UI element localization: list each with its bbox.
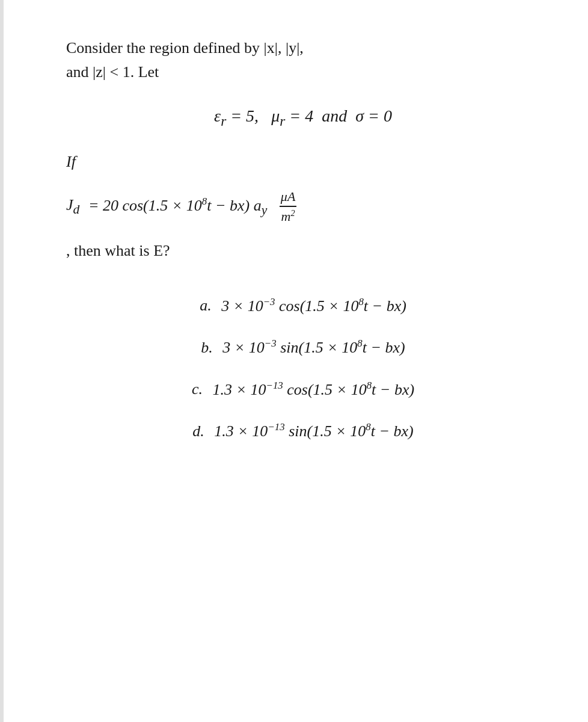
jd-equation-block: Jd = 20 cos(1.5 × 108t − bx) ay μA m2 [66, 189, 540, 224]
jd-lhs: Jd [66, 196, 79, 217]
answer-a-content: 3 × 10−3 cos(1.5 × 108t − bx) [221, 296, 406, 315]
jd-equals: = 20 cos(1.5 × 108t − bx) ay [84, 196, 271, 218]
answer-c-label: c. [192, 380, 207, 398]
main-content: Consider the region defined by |x|, |y|,… [60, 36, 540, 440]
answer-c-content: 1.3 × 10−13 cos(1.5 × 108t − bx) [212, 380, 414, 399]
answer-choices: a. 3 × 10−3 cos(1.5 × 108t − bx) b. 3 × … [66, 296, 540, 441]
intro-line2: and |z| < 1. Let [66, 63, 159, 81]
fraction-denominator: m2 [281, 207, 295, 224]
intro-line1: Consider the region defined by |x|, |y|, [66, 39, 304, 57]
page-container: Consider the region defined by |x|, |y|,… [0, 0, 588, 722]
if-label: If [66, 153, 540, 171]
intro-paragraph: Consider the region defined by |x|, |y|,… [66, 36, 540, 85]
answer-d-content: 1.3 × 10−13 sin(1.5 × 108t − bx) [214, 421, 413, 440]
left-border [0, 0, 4, 722]
answer-b: b. 3 × 10−3 sin(1.5 × 108t − bx) [66, 338, 540, 357]
answer-b-label: b. [201, 339, 216, 357]
epsilon-r: εr = 5, μr = 4 and σ = 0 [214, 106, 392, 125]
given-equation: εr = 5, μr = 4 and σ = 0 [66, 106, 540, 129]
answer-d-label: d. [192, 422, 208, 440]
jd-fraction: μA m2 [280, 189, 297, 224]
answer-a-label: a. [200, 297, 215, 315]
answer-d: d. 1.3 × 10−13 sin(1.5 × 108t − bx) [66, 421, 540, 440]
fraction-numerator: μA [280, 189, 297, 207]
answer-a: a. 3 × 10−3 cos(1.5 × 108t − bx) [66, 296, 540, 315]
then-text: , then what is E? [66, 242, 540, 260]
answer-b-content: 3 × 10−3 sin(1.5 × 108t − bx) [222, 338, 405, 357]
answer-c: c. 1.3 × 10−13 cos(1.5 × 108t − bx) [66, 380, 540, 399]
